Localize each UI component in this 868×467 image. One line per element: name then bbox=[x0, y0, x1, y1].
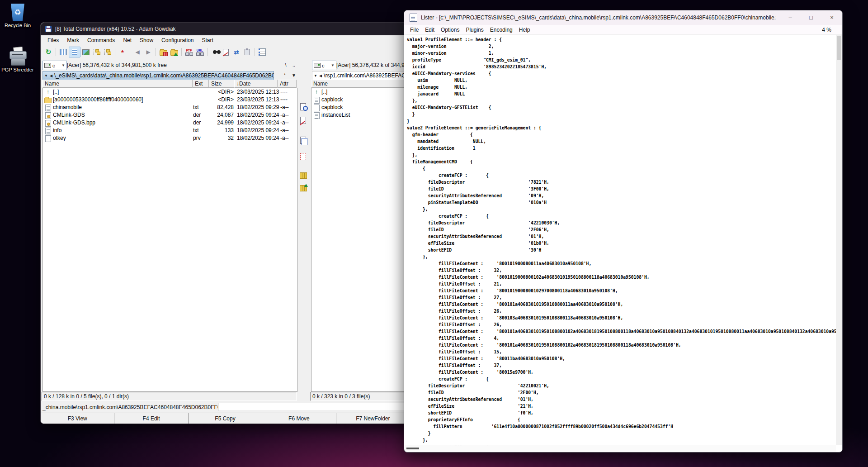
f5-copy-button[interactable]: F5 Copy bbox=[188, 413, 262, 424]
chevron-left-icon[interactable]: ◀ bbox=[50, 74, 52, 78]
left-header-name[interactable]: Name bbox=[42, 80, 193, 88]
favorites-icon[interactable]: * bbox=[117, 47, 128, 57]
vertical-scrollbar-thumb[interactable] bbox=[837, 36, 841, 60]
left-header-size[interactable]: Size bbox=[209, 80, 234, 88]
clipboard-icon[interactable] bbox=[242, 47, 253, 57]
chevron-left-icon[interactable]: ◀ bbox=[319, 74, 322, 78]
path-history-button[interactable]: ▼ bbox=[290, 71, 297, 79]
file-row[interactable]: CMLink-GDS.bppder24,99918/02/2025 09:24-… bbox=[43, 119, 297, 127]
cert-file-icon bbox=[45, 112, 51, 119]
tree-view-icon[interactable] bbox=[91, 47, 102, 57]
text-file-icon bbox=[314, 97, 320, 104]
pack-icon[interactable] bbox=[299, 171, 308, 180]
left-header-attr[interactable]: Attr bbox=[278, 80, 297, 88]
sync-dirs-icon[interactable]: ⇄ bbox=[231, 47, 242, 57]
menu-help[interactable]: Help bbox=[516, 26, 533, 33]
url-icon[interactable]: URL bbox=[194, 47, 205, 57]
menu-file[interactable]: File bbox=[407, 26, 422, 33]
file-row[interactable]: ↑ [..]<DIR>23/03/2025 12:13---- bbox=[43, 88, 297, 96]
tc-title-bar[interactable]: [8] Total Commander (x64) 10.52 - Adam G… bbox=[41, 23, 410, 35]
menu-mark[interactable]: Mark bbox=[63, 36, 83, 44]
f3-view-button[interactable]: F3 View bbox=[41, 413, 114, 424]
minimize-button[interactable]: – bbox=[780, 10, 801, 25]
vertical-scrollbar[interactable] bbox=[836, 35, 842, 445]
path-favorites-button[interactable]: * bbox=[281, 71, 288, 79]
up-dir-icon: ↑ bbox=[313, 89, 320, 95]
move-icon[interactable] bbox=[299, 152, 308, 161]
file-row[interactable]: [a0000005330000ff86ffff0400000060]<DIR>2… bbox=[43, 96, 297, 104]
right-path-bar[interactable]: ▼ ◀ \rsp1.cmlink.com\A863925BEFAC4604848… bbox=[312, 71, 410, 80]
left-path-bar[interactable]: ▼ ◀ \_eSIMS\_cards\data\_china.mobile\rs… bbox=[42, 71, 274, 80]
left-drive-combo[interactable]: c ▼ bbox=[42, 61, 67, 70]
menu-files[interactable]: Files bbox=[43, 36, 63, 44]
full-view-icon[interactable] bbox=[69, 47, 80, 57]
thumbnails-icon[interactable] bbox=[80, 47, 91, 57]
left-drive-letter: c bbox=[52, 63, 55, 68]
file-row[interactable]: otkeyprv3218/02/2025 09:24-a-- bbox=[43, 134, 297, 142]
f6-move-button[interactable]: F6 Move bbox=[262, 413, 335, 424]
right-status-bar: 0 k / 323 k in 0 / 3 file(s) bbox=[310, 392, 409, 401]
file-row[interactable]: capblock bbox=[311, 96, 409, 104]
window-controls: – □ × bbox=[780, 10, 842, 25]
tc-window-title: [8] Total Commander (x64) 10.52 - Adam G… bbox=[55, 26, 176, 32]
f7-newfolder-button[interactable]: F7 NewFolder bbox=[336, 413, 410, 424]
pack-icon[interactable] bbox=[158, 47, 169, 57]
copy-icon[interactable] bbox=[299, 136, 308, 145]
desktop-icon-recycle-bin[interactable]: ♻ Recycle Bin bbox=[0, 4, 35, 28]
back-icon[interactable]: ◀ bbox=[132, 47, 143, 57]
left-current-path: \_eSIMS\_cards\data\_china.mobile\rsp1.c… bbox=[54, 72, 274, 79]
refresh-icon[interactable]: ↻ bbox=[43, 47, 54, 57]
file-row[interactable]: capblock bbox=[311, 104, 409, 111]
menu-configuration[interactable]: Configuration bbox=[157, 36, 198, 44]
file-row[interactable]: ↑ [..] bbox=[311, 88, 409, 96]
menu-options[interactable]: Options bbox=[438, 26, 462, 33]
root-dir-button[interactable]: \ bbox=[282, 61, 289, 69]
ftp-connect-icon[interactable]: FTP bbox=[184, 47, 194, 57]
right-drive-combo[interactable]: c ▼ bbox=[312, 61, 336, 70]
parent-dir-button[interactable]: .. bbox=[290, 61, 297, 69]
horizontal-scrollbar[interactable] bbox=[405, 445, 836, 452]
chevron-down-icon[interactable]: ▼ bbox=[314, 74, 317, 78]
drive-icon bbox=[44, 63, 51, 68]
notes-icon[interactable] bbox=[257, 47, 268, 57]
right-file-panel[interactable]: ↑ [..] capblock capblock instanceList bbox=[311, 88, 410, 392]
horizontal-scrollbar-thumb[interactable] bbox=[406, 448, 419, 449]
brief-view-icon[interactable] bbox=[58, 47, 69, 57]
file-row[interactable]: infotxt13318/02/2025 09:24-a-- bbox=[43, 127, 297, 134]
desktop-icon-pgp-shredder[interactable]: PGP Shredder bbox=[0, 47, 35, 72]
left-header-ext[interactable]: Ext bbox=[193, 80, 209, 88]
right-drive-info: [Acer] 56,376,432 k of 344,981,500 k fre… bbox=[336, 62, 409, 68]
command-line-input[interactable] bbox=[218, 403, 408, 411]
file-row[interactable]: instanceList bbox=[311, 111, 409, 119]
left-header-date[interactable]: ↓ Date bbox=[234, 80, 278, 88]
menu-encoding[interactable]: Encoding bbox=[487, 26, 516, 33]
f4-edit-button[interactable]: F4 Edit bbox=[114, 413, 188, 424]
menu-start[interactable]: Start bbox=[198, 36, 217, 44]
file-row[interactable]: CMLink-GDSder24,08718/02/2025 09:24-a-- bbox=[43, 111, 297, 119]
forward-icon[interactable]: ▶ bbox=[143, 47, 154, 57]
right-header-name[interactable]: Name bbox=[311, 80, 409, 88]
unpack-icon[interactable] bbox=[169, 47, 179, 57]
multi-rename-icon[interactable] bbox=[220, 47, 231, 57]
lister-window-title: Lister - [c:\_MNT\PROJECTS\SIMSEC\_eSIMS… bbox=[421, 14, 776, 21]
search-icon[interactable] bbox=[209, 47, 220, 57]
view-icon[interactable] bbox=[299, 102, 308, 111]
text-file-icon bbox=[45, 105, 51, 111]
maximize-button[interactable]: □ bbox=[801, 10, 821, 25]
chevron-down-icon[interactable]: ▼ bbox=[44, 74, 48, 78]
menu-edit[interactable]: Edit bbox=[422, 26, 438, 33]
total-commander-window: [8] Total Commander (x64) 10.52 - Adam G… bbox=[40, 22, 410, 424]
edit-icon[interactable] bbox=[299, 116, 308, 125]
file-row[interactable]: chinamobiletxt82,42818/02/2025 09:29-a-- bbox=[43, 104, 297, 111]
menu-show[interactable]: Show bbox=[136, 36, 157, 44]
menu-net[interactable]: Net bbox=[119, 36, 136, 44]
text-file-icon bbox=[314, 112, 320, 119]
lister-text-area[interactable]: value1 ProfileElement ::= header : { maj… bbox=[405, 35, 836, 445]
unpack-icon[interactable] bbox=[299, 184, 308, 193]
menu-plugins[interactable]: Plugins bbox=[462, 26, 486, 33]
menu-commands[interactable]: Commands bbox=[83, 36, 119, 44]
new-tree-icon[interactable] bbox=[102, 47, 113, 57]
close-button[interactable]: × bbox=[821, 10, 842, 25]
left-file-panel[interactable]: ↑ [..]<DIR>23/03/2025 12:13---- [a000000… bbox=[42, 88, 297, 392]
lister-title-bar[interactable]: Lister - [c:\_MNT\PROJECTS\SIMSEC\_eSIMS… bbox=[404, 10, 842, 25]
